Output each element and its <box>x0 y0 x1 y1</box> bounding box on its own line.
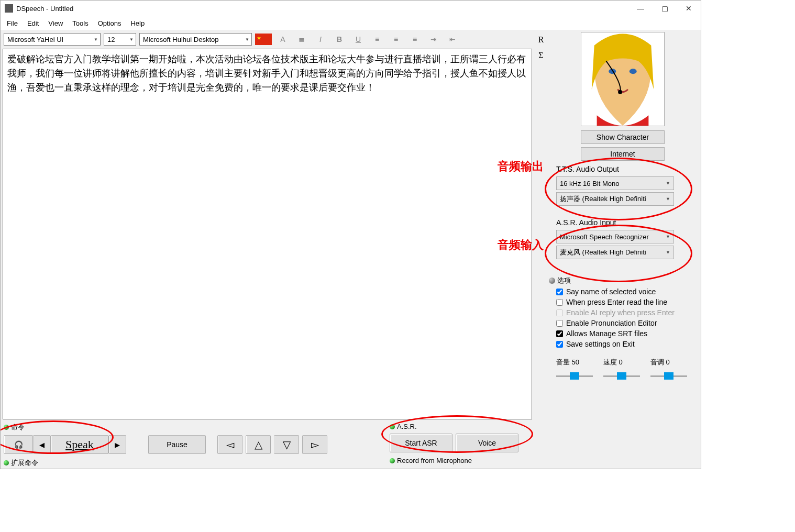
language-flag-icon[interactable] <box>255 34 272 45</box>
title-bar: DSpeech - Untitled — ▢ ✕ <box>1 1 701 16</box>
list-button[interactable]: ≣ <box>294 33 310 46</box>
speed-thumb[interactable] <box>617 372 626 380</box>
asr-engine-select[interactable]: Microsoft Speech Recognizer▼ <box>556 230 674 243</box>
menu-edit[interactable]: Edit <box>23 17 43 29</box>
window-title: DSpeech - Untitled <box>16 5 628 13</box>
opt-say-name-checkbox[interactable] <box>556 289 563 295</box>
menu-view[interactable]: View <box>44 17 67 29</box>
pitch-label: 音调 0 <box>650 358 670 367</box>
underline-button[interactable]: U <box>350 33 366 46</box>
chevron-down-icon: ▼ <box>127 37 134 42</box>
editor-content: 爱破解论坛官方入门教学培训第一期开始啦，本次活动由论坛各位技术版主和论坛大牛参与… <box>7 52 527 95</box>
skip-next-button[interactable]: ▻ <box>302 435 327 454</box>
menu-file[interactable]: File <box>3 17 22 29</box>
minimize-button[interactable]: — <box>628 1 653 16</box>
show-character-label: Show Character <box>597 133 649 141</box>
options-label: 选项 <box>549 275 698 286</box>
text-editor[interactable]: 爱破解论坛官方入门教学培训第一期开始啦，本次活动由论坛各位技术版主和论坛大牛参与… <box>3 49 532 419</box>
start-asr-label: Start ASR <box>405 439 437 447</box>
font-size-select[interactable]: 12 ▼ <box>104 33 136 46</box>
menu-tools[interactable]: Tools <box>68 17 92 29</box>
pitch-slider[interactable]: 音调 0 <box>650 358 687 384</box>
menu-help[interactable]: Help <box>126 17 149 29</box>
headset-button[interactable]: 🎧 <box>4 435 33 454</box>
section-dot-icon <box>4 460 9 465</box>
font-select[interactable]: Microsoft YaHei UI ▼ <box>4 33 101 46</box>
asr-voice-button[interactable]: Voice <box>456 434 518 452</box>
color-button[interactable]: A <box>275 33 291 46</box>
skip-up-button[interactable]: △ <box>246 435 271 454</box>
asr-device-select[interactable]: 麦克风 (Realtek High Definiti▼ <box>556 246 674 259</box>
menu-options[interactable]: Options <box>94 17 126 29</box>
opt-say-name[interactable]: Say name of selected voice <box>556 286 698 297</box>
svg-point-3 <box>618 90 622 94</box>
commands-label: 命令 <box>4 422 383 433</box>
indent-button[interactable]: ⇥ <box>426 33 441 46</box>
opt-save-exit[interactable]: Save settings on Exit <box>556 339 698 349</box>
character-avatar <box>581 32 665 126</box>
opt-srt-checkbox[interactable] <box>556 330 563 337</box>
section-dot-icon <box>390 458 395 463</box>
opt-enter-read-checkbox[interactable] <box>556 299 563 306</box>
outdent-button[interactable]: ⇤ <box>445 33 460 46</box>
sigma-button[interactable]: Σ <box>538 51 543 60</box>
opt-ai-reply: Enable AI reply when press Enter <box>556 307 698 318</box>
chevron-down-icon: ▼ <box>666 196 670 202</box>
gear-icon <box>549 278 555 284</box>
pause-button[interactable]: Pause <box>148 435 206 454</box>
italic-button[interactable]: I <box>313 33 328 46</box>
font-select-value: Microsoft YaHei UI <box>7 36 92 43</box>
tts-device-value: 扬声器 (Realtek High Definiti <box>560 194 666 204</box>
opt-enter-read-label: When press Enter read the line <box>566 298 667 306</box>
opt-save-exit-checkbox[interactable] <box>556 341 563 348</box>
voice-select-value: Microsoft Huihui Desktop <box>143 36 243 43</box>
chevron-down-icon: ▼ <box>243 37 249 42</box>
voice-select[interactable]: Microsoft Huihui Desktop ▼ <box>139 33 252 46</box>
bold-button[interactable]: B <box>332 33 347 46</box>
tts-device-select[interactable]: 扬声器 (Realtek High Definiti▼ <box>556 192 674 206</box>
r-button[interactable]: R <box>538 35 544 45</box>
close-button[interactable]: ✕ <box>677 1 701 16</box>
asr-voice-label: Voice <box>478 439 496 447</box>
show-character-button[interactable]: Show Character <box>581 130 665 144</box>
chevron-down-icon: ▼ <box>666 234 670 239</box>
opt-srt[interactable]: Allows Manage SRT files <box>556 328 698 339</box>
tts-output-label: T.T.S. Audio Output <box>556 164 698 174</box>
app-icon <box>5 4 13 13</box>
volume-slider[interactable]: 音量 50 <box>556 358 593 384</box>
tts-format-select[interactable]: 16 kHz 16 Bit Mono▼ <box>556 176 674 190</box>
chevron-down-icon: ▼ <box>666 250 670 255</box>
opt-pron-editor[interactable]: Enable Pronunciation Editor <box>556 318 698 328</box>
asr-engine-value: Microsoft Speech Recognizer <box>560 233 666 241</box>
opt-pron-editor-checkbox[interactable] <box>556 320 563 327</box>
asr-device-value: 麦克风 (Realtek High Definiti <box>560 248 666 257</box>
opt-srt-label: Allows Manage SRT files <box>566 329 647 338</box>
record-label: Record from Microphone <box>390 456 531 465</box>
pause-button-label: Pause <box>167 440 187 449</box>
skip-down-button[interactable]: ▽ <box>274 435 299 454</box>
prev-button[interactable]: ◂ <box>33 435 51 454</box>
format-toolbar: Microsoft YaHei UI ▼ 12 ▼ Microsoft Huih… <box>3 32 532 47</box>
record-label-text: Record from Microphone <box>397 457 472 464</box>
align-center-button[interactable]: ≡ <box>388 33 404 46</box>
headset-icon: 🎧 <box>14 440 23 449</box>
start-asr-button[interactable]: Start ASR <box>390 434 452 452</box>
opt-ai-reply-checkbox <box>556 309 563 316</box>
svg-point-2 <box>630 69 637 74</box>
speak-button[interactable]: Speak <box>51 435 108 454</box>
section-dot-icon <box>390 424 395 429</box>
opt-enter-read[interactable]: When press Enter read the line <box>556 297 698 307</box>
align-left-button[interactable]: ≡ <box>369 33 385 46</box>
next-button[interactable]: ▸ <box>108 435 126 454</box>
internet-button[interactable]: Internet <box>581 147 665 161</box>
speed-label: 速度 0 <box>603 358 623 367</box>
volume-thumb[interactable] <box>570 372 579 380</box>
opt-save-exit-label: Save settings on Exit <box>566 340 635 348</box>
asr-label: A.S.R. <box>390 422 531 431</box>
speed-slider[interactable]: 速度 0 <box>603 358 640 384</box>
align-right-button[interactable]: ≡ <box>407 33 423 46</box>
pitch-thumb[interactable] <box>664 372 673 380</box>
avatar-image <box>581 32 664 126</box>
maximize-button[interactable]: ▢ <box>653 1 677 16</box>
skip-prev-button[interactable]: ◅ <box>217 435 242 454</box>
